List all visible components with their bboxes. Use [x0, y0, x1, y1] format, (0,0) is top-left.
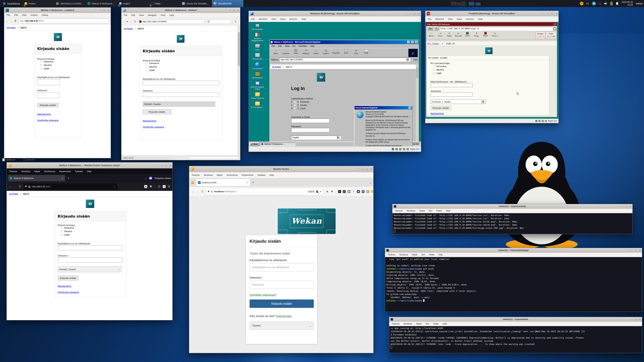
terminal-menu[interactable]: Näytä: [419, 209, 425, 212]
terminal-titlebar[interactable]: wekan@z: ~/repos/w/php/page —▢✕: [385, 248, 642, 253]
ie-menu[interactable]: Edit: [278, 44, 282, 48]
shade-button[interactable]: ⌃: [157, 164, 158, 167]
language-select[interactable]: Finnish / Suomi: [143, 102, 215, 107]
auth-method-radio[interactable]: LDAP: [61, 234, 74, 236]
about-close-button[interactable]: ×: [408, 106, 412, 109]
close-button[interactable]: ✕: [639, 318, 641, 321]
auth-method-radio[interactable]: Salasana: [146, 62, 159, 64]
tab-close-icon[interactable]: ✕: [62, 177, 64, 179]
dillo-close-button[interactable]: ×: [554, 23, 556, 25]
printer-hp-icon[interactable]: hp: [592, 1, 596, 5]
notification-bell-icon[interactable]: [616, 2, 619, 5]
search-icon[interactable]: [553, 27, 556, 30]
shield-icon[interactable]: ⛊: [208, 190, 210, 193]
password-input[interactable]: [58, 257, 122, 263]
minimize-button[interactable]: —: [99, 9, 101, 11]
terminal-menu[interactable]: Näytä: [416, 322, 422, 325]
vbox-menu[interactable]: File: [427, 17, 432, 21]
username-input[interactable]: [58, 245, 122, 250]
extension-puzzle-icon[interactable]: +: [352, 190, 355, 193]
vbox-menu[interactable]: Devices: [466, 17, 474, 21]
firefox-pin-icon[interactable]: [191, 181, 194, 184]
new-tab-button[interactable]: +: [252, 181, 254, 184]
netsurf-menu[interactable]: Navigate: [148, 13, 157, 17]
netsurf-menu[interactable]: Help: [169, 13, 174, 17]
back-button[interactable]: ← ▾: [123, 20, 128, 23]
ie-toolbar-button[interactable]: ←Back: [271, 49, 280, 54]
ie-menu[interactable]: Help: [310, 44, 315, 48]
reload-button[interactable]: C: [202, 190, 204, 193]
ladybird-menu[interactable]: View: [22, 13, 27, 16]
dillo-toolbar-button[interactable]: ⌂Home: [445, 32, 454, 37]
reload-button[interactable]: ↻: [134, 20, 136, 23]
extension-fox-icon[interactable]: ◆: [366, 190, 369, 193]
ie-menu[interactable]: Go: [292, 44, 296, 48]
auth-method-radio[interactable]: Salasana: [61, 227, 74, 229]
firefox-menu[interactable]: Kirjanmerkit: [241, 173, 254, 177]
extension-dark-icon[interactable]: ◐: [343, 190, 346, 193]
dillo-toolbar-button[interactable]: →Forw: [436, 32, 444, 37]
dillo-toolbar-button[interactable]: ↻Reload: [454, 32, 463, 37]
vbox-menu[interactable]: Input: [280, 17, 286, 21]
vbox-menu[interactable]: Machine: [258, 17, 268, 21]
vertical-scrollbar[interactable]: [238, 26, 240, 155]
taskbar-button[interactable]: Oracle VM VirtualBox M...: [180, 0, 212, 7]
url-field[interactable]: http://192.168.0.20:8000/sign-in: [439, 27, 552, 31]
close-button[interactable]: ✕: [418, 12, 420, 15]
maximize-button[interactable]: ▢: [414, 12, 416, 15]
shield-icon[interactable]: ⛊: [25, 185, 27, 188]
taskbar-button[interactable]: VirtualBoxVM2: [212, 0, 243, 7]
ie-toolbar-button[interactable]: Print: [341, 49, 351, 54]
maximize-button[interactable]: ▢: [104, 9, 105, 11]
terminal-output[interactable]: => App running at: http://localhost:4000…: [389, 326, 642, 353]
terminal-menu[interactable]: Muokkaa: [403, 322, 412, 325]
netsurf-menu[interactable]: File: [124, 13, 128, 17]
win95-desktop-icon[interactable]: Network Neighborhood: [250, 32, 264, 41]
maximize-button[interactable]: ▢: [626, 205, 627, 207]
win95-desktop-icon[interactable]: My Briefcase: [250, 72, 264, 79]
extension-uo-icon[interactable]: ▣: [348, 190, 350, 193]
ie-minimize-button[interactable]: _: [407, 41, 410, 43]
all-pages-link[interactable]: All Pages: [9, 193, 18, 195]
maximize-button[interactable]: ▢: [233, 9, 235, 11]
forgot-password-link[interactable]: Unohtuiko salasana: [143, 126, 164, 128]
password-input[interactable]: [37, 92, 59, 98]
terminal-titlebar[interactable]: wekan@z: ~/repos/serenity —▢✕: [392, 204, 632, 209]
username-input[interactable]: [37, 79, 59, 85]
auth-method-radio[interactable]: LDAP: [40, 67, 54, 70]
win95-desktop-icon[interactable]: Inbox: [250, 44, 264, 51]
auth-method-radio[interactable]: LDAP: [146, 69, 159, 71]
netsurf-menu[interactable]: Tools: [160, 13, 166, 17]
ie-close-button[interactable]: ×: [415, 41, 418, 43]
reload-button[interactable]: C: [14, 19, 16, 22]
auth-method-radio[interactable]: ÂÂPassword: [291, 101, 309, 103]
minimize-button[interactable]: —: [547, 12, 549, 15]
extension-s-icon[interactable]: S: [338, 190, 341, 193]
auth-method-radio[interactable]: LDAP: [433, 72, 446, 75]
keyboard-layout-indicator[interactable]: FI: [586, 2, 589, 5]
download-icon[interactable]: ↓: [335, 190, 336, 193]
terminal-menu[interactable]: Tiedosto: [394, 209, 403, 212]
new-tab-button[interactable]: +: [68, 176, 69, 180]
maximize-button[interactable]: ▢: [551, 12, 553, 15]
menu-icon[interactable]: ☰: [168, 185, 170, 188]
netsurf-menu[interactable]: Edit: [131, 13, 135, 17]
ie-menu[interactable]: File: [271, 44, 275, 48]
ie-toolbar-button[interactable]: Favorites: [331, 49, 341, 54]
win95-desktop-icon[interactable]: Online Services: [250, 92, 264, 99]
firefox-menu[interactable]: Ohje: [269, 173, 274, 177]
firefox-menu[interactable]: Ohje: [86, 170, 92, 173]
dillo-toolbar-button[interactable]: ⚙Tools: [490, 32, 499, 37]
auth-method-radio[interactable]: ÂÂOAuth2: [291, 104, 309, 106]
close-button[interactable]: ✕: [237, 9, 239, 11]
workspace-pager[interactable]: [450, 1, 483, 6]
vbox-menu[interactable]: Input: [456, 17, 462, 21]
forward-button[interactable]: →: [196, 190, 199, 193]
file-menu-button[interactable]: File: [427, 27, 433, 30]
notification-plugin-icon[interactable]: ×: [580, 2, 584, 5]
maximize-button[interactable]: ▢: [635, 249, 636, 251]
extension-ghost-icon[interactable]: ◔: [163, 185, 166, 188]
ie-toolbar-button[interactable]: AFont: [351, 49, 361, 54]
ladybird-menu[interactable]: Edit: [14, 13, 18, 16]
extension-shield-icon[interactable]: ⛊: [149, 185, 152, 188]
